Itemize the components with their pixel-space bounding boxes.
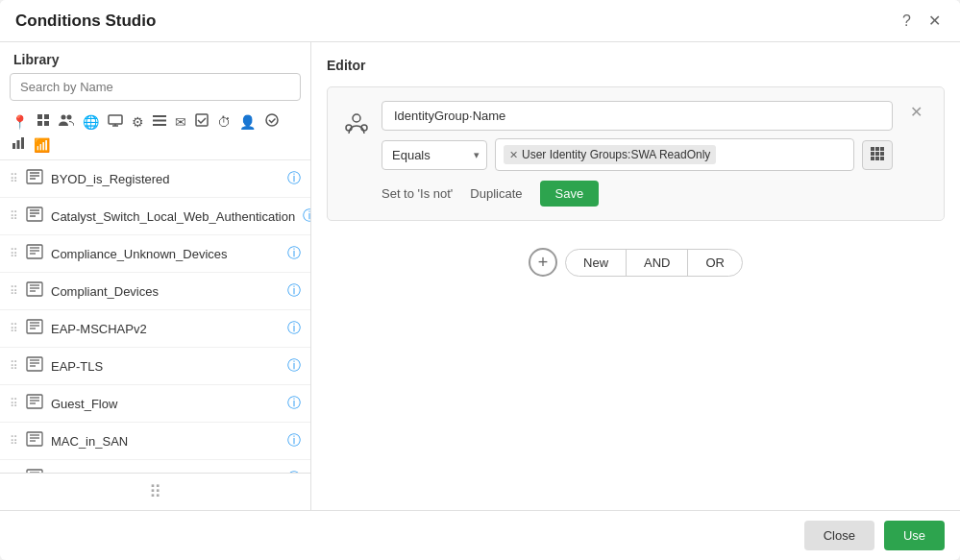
svg-rect-12: [12, 143, 15, 149]
drag-handle-icon: ⠿: [10, 322, 18, 335]
list-item[interactable]: ⠿ Guest_Flow ⓘ: [0, 385, 310, 423]
modal-header: Conditions Studio ? ✕: [0, 0, 960, 42]
list-item[interactable]: ⠿ Compliance_Unknown_Devices ⓘ: [0, 235, 310, 273]
filter-list-icon[interactable]: [151, 113, 168, 131]
svg-rect-13: [17, 140, 20, 149]
svg-rect-7: [153, 115, 166, 117]
info-icon[interactable]: ⓘ: [287, 395, 301, 412]
item-name: Catalyst_Switch_Local_Web_Authentication: [51, 209, 295, 224]
svg-rect-14: [21, 137, 24, 149]
filter-chart-icon[interactable]: [10, 135, 27, 154]
item-name: EAP-TLS: [51, 359, 280, 374]
scroll-dots-icon: ⠿: [149, 481, 161, 502]
item-icon: [26, 431, 43, 450]
item-icon: [26, 356, 43, 376]
list-item[interactable]: ⠿ EAP-TLS ⓘ: [0, 348, 310, 385]
filter-clock-icon[interactable]: ⏱: [215, 113, 233, 131]
svg-rect-6: [109, 115, 122, 124]
condition-details: Equals Not Equals In Not In ✕ User Ident…: [382, 101, 893, 207]
filter-globe-icon[interactable]: 🌐: [81, 113, 101, 131]
list-item[interactable]: ⠿ Catalyst_Switch_Local_Web_Authenticati…: [0, 198, 310, 235]
filter-email-icon[interactable]: ✉: [173, 113, 188, 131]
drag-handle-icon: ⠿: [10, 209, 18, 223]
item-icon: [26, 244, 43, 263]
modal-close-button[interactable]: ✕: [924, 10, 945, 32]
filter-person-icon[interactable]: 👤: [237, 113, 258, 131]
modal-footer: Close Use: [0, 510, 960, 560]
operator-select[interactable]: Equals Not Equals In Not In: [382, 140, 487, 170]
editor-header: Editor: [327, 58, 945, 73]
filter-location-icon[interactable]: 📍: [10, 113, 30, 131]
grid-picker-button[interactable]: [862, 140, 893, 170]
add-condition-circle-button[interactable]: +: [529, 248, 557, 277]
info-icon[interactable]: ⓘ: [303, 207, 310, 225]
info-icon[interactable]: ⓘ: [287, 282, 301, 300]
svg-rect-66: [880, 157, 884, 160]
info-icon[interactable]: ⓘ: [287, 245, 301, 262]
filter-grid-icon[interactable]: [35, 112, 52, 131]
duplicate-button[interactable]: Duplicate: [462, 183, 529, 205]
svg-rect-9: [153, 124, 166, 126]
library-footer: ⠿: [0, 473, 310, 510]
info-icon[interactable]: ⓘ: [287, 432, 301, 450]
svg-point-11: [266, 114, 278, 126]
library-header: Library: [0, 42, 310, 73]
item-icon: [26, 394, 43, 413]
drag-handle-icon: ⠿: [10, 284, 18, 298]
info-icon[interactable]: ⓘ: [287, 170, 301, 187]
tag-input-area[interactable]: ✕ User Identity Groups:SWA ReadOnly: [495, 138, 854, 171]
footer-use-button[interactable]: Use: [884, 521, 945, 550]
list-item[interactable]: ⠿ MAC_in_SAN ⓘ: [0, 423, 310, 460]
item-name: BYOD_is_Registered: [51, 172, 280, 186]
svg-rect-0: [37, 114, 42, 119]
svg-rect-59: [875, 147, 879, 151]
modal-body: Library 📍 🌐 ⚙ ✉: [0, 42, 960, 510]
modal-title: Conditions Studio: [15, 12, 156, 31]
svg-rect-60: [880, 147, 884, 151]
condition-person-icon: [343, 110, 370, 143]
svg-rect-39: [27, 395, 42, 408]
library-list: ⠿ BYOD_is_Registered ⓘ ⠿ Catalyst_Switch…: [0, 160, 310, 473]
tag-text: User Identity Groups:SWA ReadOnly: [522, 148, 710, 161]
tag-remove-icon[interactable]: ✕: [509, 149, 518, 161]
svg-rect-27: [27, 282, 42, 296]
new-condition-button[interactable]: New: [566, 250, 627, 276]
list-item[interactable]: ⠿ BYOD_is_Registered ⓘ: [0, 160, 310, 198]
svg-rect-15: [27, 170, 42, 183]
filter-wifi-icon[interactable]: 📶: [32, 136, 52, 154]
item-name: Guest_Flow: [51, 397, 280, 411]
close-condition-button[interactable]: ✕: [904, 101, 928, 123]
search-input[interactable]: [10, 73, 301, 101]
footer-close-button[interactable]: Close: [804, 521, 874, 550]
svg-rect-65: [875, 157, 879, 160]
filter-users-icon[interactable]: [57, 112, 76, 131]
svg-rect-43: [27, 432, 42, 446]
filter-checkbox-icon[interactable]: [193, 112, 210, 131]
and-condition-button[interactable]: AND: [627, 250, 688, 276]
condition-name-row: [382, 101, 893, 131]
item-icon: [26, 319, 43, 338]
or-condition-button[interactable]: OR: [688, 250, 742, 276]
svg-point-5: [67, 115, 72, 120]
filter-check-icon[interactable]: [262, 112, 282, 131]
drag-handle-icon: ⠿: [10, 397, 18, 410]
set-is-not-label[interactable]: Set to 'Is not': [382, 186, 453, 201]
info-icon[interactable]: ⓘ: [287, 320, 301, 337]
svg-rect-35: [27, 357, 42, 371]
list-item[interactable]: ⠿ Compliant_Devices ⓘ: [0, 273, 310, 310]
info-icon[interactable]: ⓘ: [287, 357, 301, 375]
conditions-studio-modal: Conditions Studio ? ✕ Library 📍 🌐: [0, 0, 960, 560]
filter-monitor-icon[interactable]: [106, 113, 125, 131]
list-item[interactable]: ⠿ Network_Access_Authentication_Passed ⓘ: [0, 460, 310, 473]
help-button[interactable]: ?: [898, 11, 915, 32]
item-name: Compliant_Devices: [51, 284, 280, 299]
filter-settings-icon[interactable]: ⚙: [130, 113, 146, 131]
save-button[interactable]: Save: [540, 181, 600, 207]
condition-name-input[interactable]: [382, 101, 893, 131]
item-name: Compliance_Unknown_Devices: [51, 247, 280, 261]
tag-value: ✕ User Identity Groups:SWA ReadOnly: [504, 145, 716, 164]
svg-rect-63: [880, 152, 884, 156]
svg-rect-64: [871, 157, 874, 160]
list-item[interactable]: ⠿ EAP-MSCHAPv2 ⓘ: [0, 310, 310, 348]
library-panel: Library 📍 🌐 ⚙ ✉: [0, 42, 311, 510]
